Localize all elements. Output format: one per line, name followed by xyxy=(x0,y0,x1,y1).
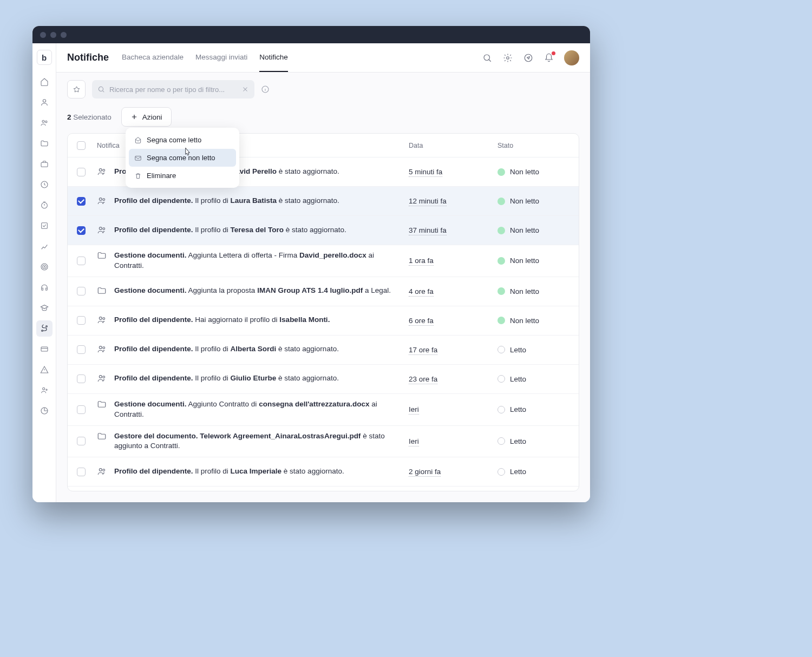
sidebar: b xyxy=(32,43,56,502)
folder-icon xyxy=(97,431,108,442)
people-icon xyxy=(97,167,108,178)
people-icon xyxy=(97,225,108,236)
notification-text: Profilo del dipendente. Il profilo di Al… xyxy=(114,344,409,354)
headset-icon[interactable] xyxy=(36,279,53,295)
date-cell: 6 ore fa xyxy=(409,317,497,325)
window-max-dot[interactable] xyxy=(61,32,67,38)
notification-text: Gestione documenti. Aggiunto Contratto d… xyxy=(114,399,409,420)
row-checkbox[interactable] xyxy=(77,375,86,383)
briefcase-icon[interactable] xyxy=(36,156,53,172)
check-square-icon[interactable] xyxy=(36,218,53,234)
row-checkbox[interactable] xyxy=(77,437,86,445)
window-min-dot[interactable] xyxy=(50,32,56,38)
info-icon[interactable] xyxy=(261,85,270,94)
row-checkbox[interactable] xyxy=(77,468,86,476)
tab-bacheca-aziendale[interactable]: Bacheca aziendale xyxy=(122,43,184,72)
date-cell: 2 giorni fa xyxy=(409,468,497,476)
row-checkbox[interactable] xyxy=(77,226,86,235)
table-row[interactable]: Profilo del dipendente. Il profilo di Ma… xyxy=(68,487,579,491)
svg-point-1 xyxy=(42,120,44,122)
target-icon[interactable] xyxy=(36,259,53,275)
actions-dropdown: Segna come lettoSegna come non lettoElim… xyxy=(126,128,239,188)
filter-bar: Ricerca per nome o per tipo di filtro... xyxy=(56,73,590,98)
svg-point-30 xyxy=(103,347,105,349)
notification-text: Gestione documenti. Aggiunta Lettera di … xyxy=(114,251,409,271)
user-add-icon[interactable] xyxy=(36,382,53,398)
svg-point-27 xyxy=(99,317,102,320)
person-icon[interactable] xyxy=(36,94,53,110)
tab-notifiche[interactable]: Notifiche xyxy=(259,43,288,72)
date-cell: 5 minuti fa xyxy=(409,168,497,176)
table-row[interactable]: Profilo del dipendente. Il profilo di Al… xyxy=(68,336,579,365)
state-cell: Non letto xyxy=(497,257,579,265)
dropdown-item[interactable]: Eliminare xyxy=(129,167,236,185)
svg-point-31 xyxy=(99,376,102,378)
warning-icon[interactable] xyxy=(36,362,53,378)
svg-point-10 xyxy=(41,330,43,332)
svg-point-5 xyxy=(41,202,47,208)
clock-icon[interactable] xyxy=(36,176,53,193)
table-row[interactable]: Profilo del dipendente. Hai aggiornato i… xyxy=(68,306,579,336)
folder-icon xyxy=(97,251,108,261)
notification-text: Gestione documenti. Aggiunta la proposta… xyxy=(114,286,409,296)
window-close-dot[interactable] xyxy=(40,32,46,38)
search-icon[interactable] xyxy=(482,52,493,63)
row-checkbox[interactable] xyxy=(77,316,86,325)
table-row[interactable]: Gestore del documento. Telework Agreemen… xyxy=(68,426,579,458)
people-icon[interactable] xyxy=(36,115,53,131)
svg-point-24 xyxy=(103,198,105,200)
route-icon[interactable] xyxy=(36,320,53,337)
notification-text: Gestore del documento. Telework Agreemen… xyxy=(114,431,409,452)
search-placeholder: Ricerca per nome o per tipo di filtro... xyxy=(109,86,237,94)
state-dot xyxy=(497,257,505,265)
table-row[interactable]: Gestione documenti. Aggiunta la proposta… xyxy=(68,277,579,306)
svg-rect-6 xyxy=(41,223,47,229)
row-checkbox[interactable] xyxy=(77,287,86,295)
tab-messaggi-inviati[interactable]: Messaggi inviati xyxy=(195,43,247,72)
table-row[interactable]: Profilo del dipendente. Il profilo di La… xyxy=(68,187,579,216)
table-row[interactable]: Profilo del dipendente. Il profilo di Te… xyxy=(68,216,579,245)
svg-point-0 xyxy=(43,100,45,102)
search-input[interactable]: Ricerca per nome o per tipo di filtro... xyxy=(92,80,254,98)
avatar[interactable] xyxy=(564,50,579,65)
svg-point-8 xyxy=(42,265,46,269)
state-cell: Letto xyxy=(497,346,579,354)
svg-point-33 xyxy=(99,468,102,471)
col-date: Data xyxy=(409,142,497,149)
state-dot xyxy=(497,227,505,234)
table-row[interactable]: Profilo del dipendente. Il profilo di Lu… xyxy=(68,457,579,487)
gear-icon[interactable] xyxy=(502,52,513,63)
row-checkbox[interactable] xyxy=(77,405,86,414)
state-cell: Letto xyxy=(497,375,579,383)
svg-point-16 xyxy=(507,56,509,59)
pie-icon[interactable] xyxy=(36,403,53,419)
folder-icon[interactable] xyxy=(36,135,53,152)
graduation-icon[interactable] xyxy=(36,300,53,316)
card-icon[interactable] xyxy=(36,341,53,357)
compass-icon[interactable] xyxy=(523,52,534,63)
actions-button[interactable]: Azioni xyxy=(121,107,172,127)
table-row[interactable]: Gestione documenti. Aggiunto Contratto d… xyxy=(68,394,579,426)
row-checkbox[interactable] xyxy=(77,168,86,176)
date-cell: 23 ore fa xyxy=(409,375,497,383)
date-cell: 17 ore fa xyxy=(409,346,497,354)
folder-icon xyxy=(97,286,108,297)
select-all-checkbox[interactable] xyxy=(77,141,86,150)
svg-point-7 xyxy=(41,264,48,270)
row-checkbox[interactable] xyxy=(77,197,86,206)
home-icon[interactable] xyxy=(36,74,53,90)
chart-icon[interactable] xyxy=(36,238,53,254)
state-dot xyxy=(497,317,505,324)
table-row[interactable]: Gestione documenti. Aggiunta Lettera di … xyxy=(68,245,579,277)
timer-icon[interactable] xyxy=(36,197,53,213)
table-row[interactable]: Profilo del dipendente. Il profilo di Gi… xyxy=(68,365,579,394)
app-logo[interactable]: b xyxy=(37,50,52,65)
app-window: b Notifiche Bacheca aziendaleMessaggi in… xyxy=(32,26,590,502)
bell-icon[interactable] xyxy=(543,52,554,63)
notification-text: Profilo del dipendente. Il profilo di Gi… xyxy=(114,373,409,384)
favorites-button[interactable] xyxy=(67,80,86,98)
row-checkbox[interactable] xyxy=(77,345,86,354)
clear-icon[interactable] xyxy=(241,86,249,93)
row-checkbox[interactable] xyxy=(77,257,86,265)
state-dot xyxy=(497,287,505,295)
